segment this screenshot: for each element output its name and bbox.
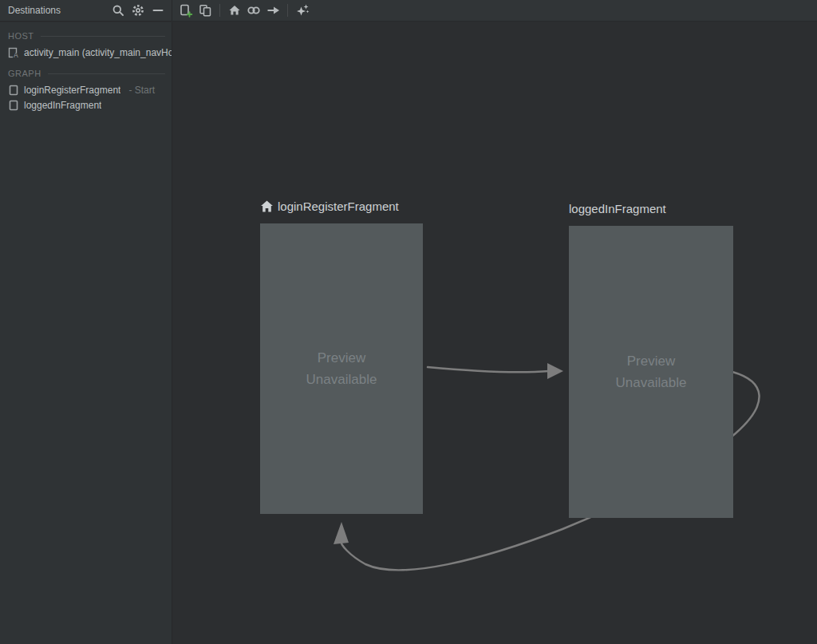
destination-item-logged-in-fragment[interactable]: loggedInFragment: [0, 97, 172, 113]
destination-label: loginRegisterFragment: [24, 85, 120, 96]
fragment-header[interactable]: loggedInFragment: [569, 199, 733, 218]
svg-text:A: A: [14, 51, 18, 58]
destination-item-login-register-fragment[interactable]: loginRegisterFragment - Start: [0, 82, 172, 97]
section-rule: [41, 36, 165, 37]
deep-link-icon[interactable]: [247, 3, 261, 18]
activity-icon: A: [8, 47, 19, 58]
search-icon[interactable]: [111, 3, 125, 18]
section-label: HOST: [8, 31, 34, 41]
action-arrow-login-to-loggedin[interactable]: [428, 367, 549, 372]
start-destination-suffix: - Start: [128, 85, 155, 96]
nested-graph-icon[interactable]: [198, 3, 212, 18]
top-toolbar: Destinations: [0, 0, 817, 22]
destinations-panel-header: Destinations: [0, 0, 172, 21]
fragment-preview-box[interactable]: Preview Unavailable: [260, 223, 423, 514]
start-destination-home-icon: [260, 200, 274, 213]
fragment-header[interactable]: loginRegisterFragment: [260, 196, 423, 215]
assign-start-icon[interactable]: [227, 3, 242, 18]
nav-editor-toolbar: [172, 0, 310, 21]
destinations-panel: HOST A activity_main (activity_main_navH…: [0, 22, 172, 644]
section-header-host: HOST: [0, 22, 172, 45]
action-arrowhead-up[interactable]: [334, 522, 349, 544]
preview-unavailable-text: Preview Unavailable: [603, 350, 699, 393]
destination-label: activity_main (activity_main_navHostF: [24, 47, 172, 58]
action-icon[interactable]: [266, 3, 280, 18]
fragment-preview-box[interactable]: Preview Unavailable: [569, 226, 733, 518]
action-arrowhead-right[interactable]: [547, 363, 563, 379]
auto-arrange-icon[interactable]: [295, 3, 310, 18]
destination-item-activity-main[interactable]: A activity_main (activity_main_navHostF: [0, 45, 172, 60]
fragment-icon: [8, 85, 19, 96]
fragment-node-logged-in[interactable]: loggedInFragment Preview Unavailable: [569, 199, 733, 518]
preview-unavailable-text: Preview Unavailable: [294, 347, 389, 390]
panel-title: Destinations: [8, 5, 61, 16]
add-destination-icon[interactable]: [179, 3, 193, 18]
fragment-name: loggedInFragment: [569, 202, 666, 215]
fragment-node-login-register[interactable]: loginRegisterFragment Preview Unavailabl…: [260, 196, 423, 514]
section-header-graph: GRAPH: [0, 60, 172, 82]
nav-graph-canvas[interactable]: loginRegisterFragment Preview Unavailabl…: [172, 22, 817, 644]
toolbar-separator: [287, 4, 288, 17]
destination-label: loggedInFragment: [24, 100, 101, 111]
toolbar-separator: [219, 4, 220, 17]
section-rule: [48, 73, 165, 74]
gear-icon[interactable]: [131, 3, 145, 18]
fragment-name: loginRegisterFragment: [278, 200, 399, 213]
fragment-icon: [8, 100, 19, 111]
minimize-icon[interactable]: [151, 3, 165, 18]
section-label: GRAPH: [8, 69, 41, 78]
